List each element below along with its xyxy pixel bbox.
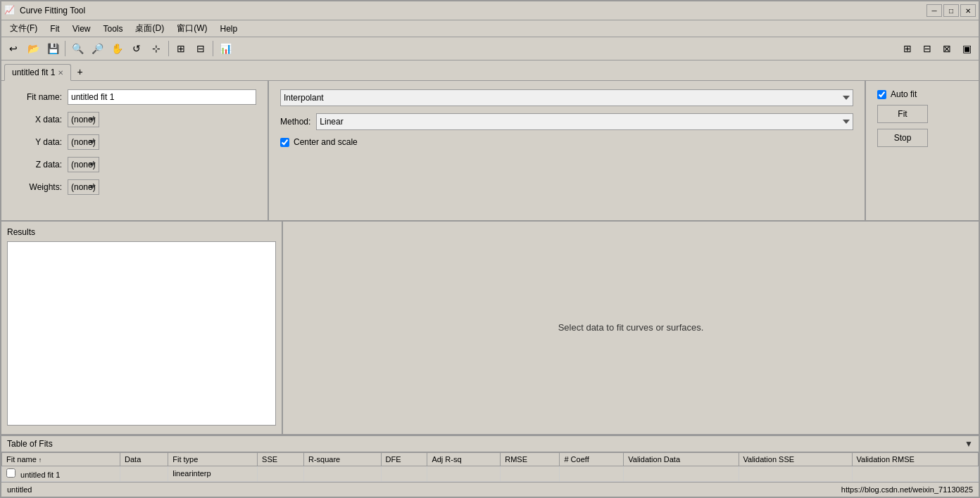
row-adjrsq <box>427 466 501 481</box>
x-data-row: X data: (none) <box>13 112 256 127</box>
close-button[interactable]: ✕ <box>960 4 976 17</box>
tb-layout-1[interactable]: ⊞ <box>898 39 917 58</box>
fit-type-select[interactable]: Interpolant <box>280 89 853 106</box>
tab-add-button[interactable]: + <box>71 63 88 80</box>
tb-rotate[interactable]: ↺ <box>127 39 146 58</box>
z-data-row: Z data: (none) <box>13 157 256 172</box>
center-scale-checkbox[interactable] <box>280 138 289 147</box>
stop-button[interactable]: Stop <box>877 129 928 147</box>
status-bar: untitled https://blog.csdn.net/weixin_71… <box>1 482 979 497</box>
x-data-select[interactable]: (none) <box>68 112 99 127</box>
col-rmse[interactable]: RMSE <box>501 452 560 466</box>
col-valsse[interactable]: Validation SSE <box>739 452 852 466</box>
table-header-bar: Table of Fits ▼ <box>1 436 979 452</box>
col-valdata[interactable]: Validation Data <box>624 452 739 466</box>
status-right: https://blog.csdn.net/weixin_71130825 <box>841 485 973 494</box>
method-select[interactable]: Linear Nearest neighbor Cubic spline Sha… <box>316 113 853 130</box>
y-data-label: Y data: <box>13 137 62 147</box>
weights-select[interactable]: (none) <box>68 179 99 195</box>
collapse-button[interactable]: ▼ <box>965 439 973 449</box>
auto-fit-row: Auto fit <box>877 89 967 99</box>
tb-layout-4[interactable]: ▣ <box>957 39 976 58</box>
y-data-row: Y data: (none) <box>13 134 256 150</box>
menu-file[interactable]: 文件(F) <box>4 21 43 36</box>
title-bar: 📈 Curve Fitting Tool ─ □ ✕ <box>1 1 979 20</box>
minimize-button[interactable]: ─ <box>926 4 942 17</box>
table-of-fits-title: Table of Fits <box>7 439 53 449</box>
top-panels: Fit name: X data: (none) Y data: <box>1 81 979 222</box>
menu-bar: 文件(F) Fit View Tools 桌面(D) 窗口(W) Help <box>1 20 979 37</box>
method-label: Method: <box>280 117 310 127</box>
z-data-select[interactable]: (none) <box>68 157 99 172</box>
col-sse[interactable]: SSE <box>258 452 304 466</box>
tb-separator-1 <box>65 41 65 56</box>
title-bar-buttons: ─ □ ✕ <box>926 4 976 17</box>
auto-fit-panel: Auto fit Fit Stop <box>866 81 979 220</box>
method-row: Method: Linear Nearest neighbor Cubic sp… <box>280 113 853 130</box>
tb-layout-3[interactable]: ⊠ <box>938 39 956 58</box>
row-valrmse <box>852 466 978 481</box>
col-data[interactable]: Data <box>120 452 168 466</box>
menu-help[interactable]: Help <box>214 23 243 35</box>
tab-untitled-fit-1[interactable]: untitled fit 1 ✕ <box>4 64 71 81</box>
row-ncoeff <box>560 466 624 481</box>
x-data-wrapper: (none) <box>68 112 256 127</box>
fit-name-input[interactable] <box>68 89 256 105</box>
tb-pan[interactable]: ✋ <box>108 39 126 58</box>
tb-table[interactable]: ⊟ <box>191 39 210 58</box>
tb-zoom-in[interactable]: 🔍 <box>68 39 87 58</box>
tb-save[interactable]: 💾 <box>44 39 62 58</box>
row-sse <box>258 466 304 481</box>
center-scale-label[interactable]: Center and scale <box>294 137 358 147</box>
table-row: untitled fit 1 linearinterp <box>2 466 979 481</box>
menu-view[interactable]: View <box>67 23 96 35</box>
app-icon: 📈 <box>4 5 15 16</box>
results-panel: Results <box>1 222 283 433</box>
row-rsquare <box>303 466 381 481</box>
row-rmse <box>501 466 560 481</box>
maximize-button[interactable]: □ <box>943 4 959 17</box>
row-checkbox[interactable] <box>6 468 15 478</box>
results-box <box>7 241 276 425</box>
main-area: Fit name: X data: (none) Y data: <box>1 81 979 481</box>
row-fitname-text: untitled fit 1 <box>20 471 60 479</box>
row-fitname: untitled fit 1 <box>2 466 120 481</box>
title-bar-left: 📈 Curve Fitting Tool <box>4 5 85 16</box>
tab-bar: untitled fit 1 ✕ + <box>1 60 979 81</box>
fit-name-label: Fit name: <box>13 92 62 102</box>
tb-grid[interactable]: ⊞ <box>172 39 190 58</box>
sort-arrow: ↑ <box>39 456 42 464</box>
menu-fit[interactable]: Fit <box>44 23 65 35</box>
tb-zoom-out[interactable]: 🔎 <box>88 39 106 58</box>
tb-new[interactable]: ↩ <box>4 39 23 58</box>
row-data <box>120 466 168 481</box>
menu-window[interactable]: 窗口(W) <box>171 21 213 36</box>
auto-fit-label[interactable]: Auto fit <box>891 89 917 99</box>
center-scale-row: Center and scale <box>280 137 853 147</box>
col-valrmse[interactable]: Validation RMSE <box>852 452 978 466</box>
col-ncoeff[interactable]: # Coeff <box>560 452 624 466</box>
col-fittype[interactable]: Fit type <box>168 452 258 466</box>
fits-table: Fit name ↑ Data Fit type SSE R-square DF… <box>1 452 979 482</box>
tab-label: untitled fit 1 <box>12 68 55 77</box>
auto-fit-checkbox[interactable] <box>877 90 886 99</box>
menu-tools[interactable]: Tools <box>97 23 128 35</box>
tb-plot[interactable]: 📊 <box>216 39 234 58</box>
tb-data-cursor[interactable]: ⊹ <box>147 39 165 58</box>
col-fitname[interactable]: Fit name ↑ <box>2 452 120 466</box>
y-data-wrapper: (none) <box>68 134 256 150</box>
row-dfe <box>381 466 427 481</box>
tb-open[interactable]: 📂 <box>24 39 42 58</box>
y-data-select[interactable]: (none) <box>68 134 99 150</box>
tab-close-button[interactable]: ✕ <box>58 69 63 77</box>
col-dfe[interactable]: DFE <box>381 452 427 466</box>
fit-type-panel: Interpolant Method: Linear Nearest neigh… <box>269 81 866 220</box>
fit-button[interactable]: Fit <box>877 105 928 123</box>
row-fittype: linearinterp <box>168 466 258 481</box>
middle-section: Results Select data to fit curves or sur… <box>1 222 979 435</box>
menu-desktop[interactable]: 桌面(D) <box>130 21 170 36</box>
tb-layout-2[interactable]: ⊟ <box>918 39 936 58</box>
col-adjrsq[interactable]: Adj R-sq <box>427 452 501 466</box>
col-rsquare[interactable]: R-square <box>303 452 381 466</box>
fit-config-panel: Fit name: X data: (none) Y data: <box>1 81 269 220</box>
